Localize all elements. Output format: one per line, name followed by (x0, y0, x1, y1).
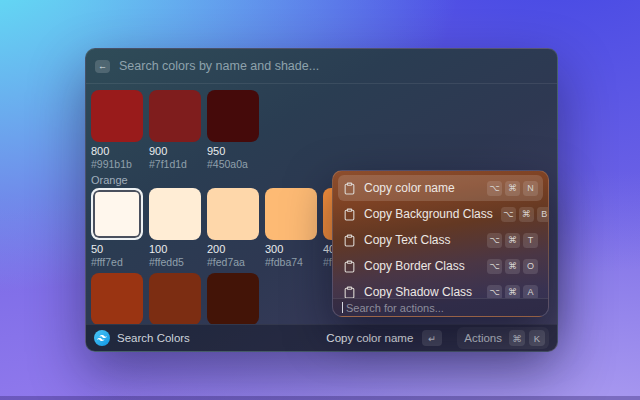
option-key-badge: ⌥ (487, 285, 502, 299)
actions-button[interactable]: Actions ⌘ K (457, 327, 549, 349)
color-cell: 900 #7f1d1d (149, 90, 201, 170)
color-swatch[interactable] (91, 273, 143, 324)
color-cell (91, 273, 143, 324)
command-key-badge: ⌘ (519, 207, 534, 222)
option-key-badge: ⌥ (501, 207, 516, 222)
menu-item-label: Copy Shadow Class (364, 285, 479, 298)
menu-item-copy-text-class[interactable]: Copy Text Class ⌥ ⌘ T (338, 227, 543, 253)
color-cell: 100 #ffedd5 (149, 188, 201, 268)
color-cell: 50 #fff7ed (91, 188, 143, 268)
hex-label: #fdba74 (265, 256, 317, 268)
menu-item-shortcut: ⌥ ⌘ O (487, 259, 538, 274)
command-key-badge: ⌘ (509, 330, 525, 346)
color-swatch[interactable] (207, 188, 259, 240)
menu-item-copy-shadow-class[interactable]: Copy Shadow Class ⌥ ⌘ A (338, 279, 543, 298)
letter-key-badge: T (523, 233, 538, 248)
menu-item-shortcut: ⌥ ⌘ T (487, 233, 538, 248)
hex-label: #fff7ed (91, 256, 143, 268)
hex-label: #991b1b (91, 158, 143, 170)
clipboard-icon (343, 234, 356, 247)
color-swatch[interactable] (207, 90, 259, 142)
palette-row-red: 800 #991b1b 900 #7f1d1d 950 #450a0a (91, 90, 552, 170)
menu-item-label: Copy color name (364, 181, 479, 195)
menu-item-copy-border-class[interactable]: Copy Border Class ⌥ ⌘ O (338, 253, 543, 279)
shade-label: 300 (265, 243, 317, 255)
clipboard-icon (343, 182, 356, 195)
color-cell: 300 #fdba74 (265, 188, 317, 268)
desktop-bottom-strip (0, 396, 640, 400)
shade-label: 100 (149, 243, 201, 255)
menu-item-label: Copy Background Class (364, 207, 493, 221)
actions-search-input[interactable]: Search for actions... (333, 298, 548, 316)
option-key-badge: ⌥ (487, 233, 502, 248)
hex-label: #fed7aa (207, 256, 259, 268)
shade-label: 800 (91, 145, 143, 157)
menu-item-shortcut: ⌥ ⌘ A (487, 285, 538, 299)
actions-button-label: Actions (464, 332, 502, 344)
color-cell: 950 #450a0a (207, 90, 259, 170)
color-cell: 200 #fed7aa (207, 188, 259, 268)
back-button[interactable]: ← (95, 60, 110, 73)
color-search-input[interactable]: Search colors by name and shade... (119, 59, 319, 73)
k-key-badge: K (529, 330, 545, 346)
menu-item-label: Copy Border Class (364, 259, 479, 273)
command-key-badge: ⌘ (505, 181, 520, 196)
primary-action-button[interactable]: Copy color name (326, 332, 413, 344)
hex-label: #7f1d1d (149, 158, 201, 170)
shade-label: 950 (207, 145, 259, 157)
letter-key-badge: B (537, 207, 548, 222)
color-swatch[interactable] (149, 90, 201, 142)
letter-key-badge: N (523, 181, 538, 196)
letter-key-badge: A (523, 285, 538, 299)
color-swatch[interactable] (91, 90, 143, 142)
clipboard-icon (343, 208, 356, 221)
color-swatch-selected[interactable] (91, 188, 143, 240)
command-key-badge: ⌘ (505, 259, 520, 274)
color-cell: 800 #991b1b (91, 90, 143, 170)
menu-item-shortcut: ⌥ ⌘ B (501, 207, 548, 222)
actions-search-placeholder: Search for actions... (346, 302, 444, 314)
shade-label: 200 (207, 243, 259, 255)
option-key-badge: ⌥ (487, 259, 502, 274)
clipboard-icon (343, 260, 356, 273)
clipboard-icon (343, 286, 356, 299)
color-swatch[interactable] (149, 188, 201, 240)
search-bar: ← Search colors by name and shade... (86, 49, 557, 84)
shade-label: 900 (149, 145, 201, 157)
command-key-badge: ⌘ (505, 233, 520, 248)
status-bar: Search Colors Copy color name ↵ Actions … (86, 324, 557, 351)
color-cell (149, 273, 201, 324)
option-key-badge: ⌥ (487, 181, 502, 196)
shade-label: 50 (91, 243, 143, 255)
color-swatch[interactable] (265, 188, 317, 240)
menu-item-shortcut: ⌥ ⌘ N (487, 181, 538, 196)
color-swatch[interactable] (149, 273, 201, 324)
app-name: Search Colors (117, 332, 190, 344)
command-key-badge: ⌘ (505, 285, 520, 299)
menu-item-label: Copy Text Class (364, 233, 479, 247)
color-cell (207, 273, 259, 324)
actions-menu: Copy color name ⌥ ⌘ N Copy Background Cl… (332, 170, 549, 317)
menu-item-copy-background-class[interactable]: Copy Background Class ⌥ ⌘ B (338, 201, 543, 227)
text-caret (342, 302, 343, 313)
tailwind-logo-icon (94, 330, 110, 346)
back-arrow-icon: ← (98, 61, 107, 71)
hex-label: #ffedd5 (149, 256, 201, 268)
actions-menu-list: Copy color name ⌥ ⌘ N Copy Background Cl… (333, 171, 548, 298)
color-swatch[interactable] (207, 273, 259, 324)
enter-key-badge: ↵ (422, 330, 442, 346)
letter-key-badge: O (523, 259, 538, 274)
menu-item-copy-color-name[interactable]: Copy color name ⌥ ⌘ N (338, 175, 543, 201)
hex-label: #450a0a (207, 158, 259, 170)
